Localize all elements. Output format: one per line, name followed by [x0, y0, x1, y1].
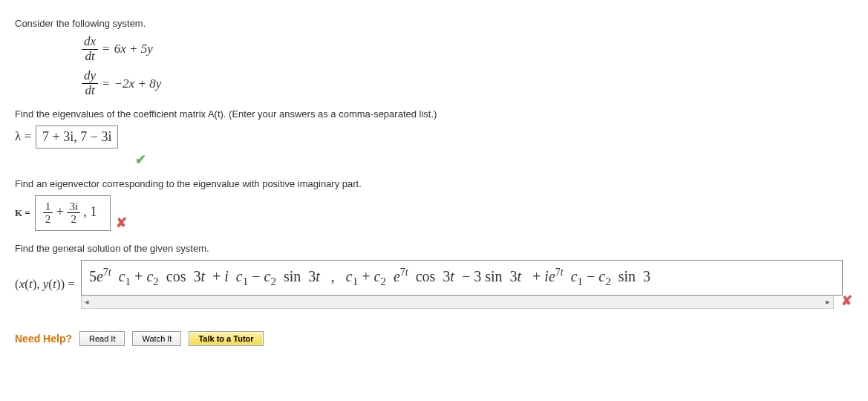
scroll-right-icon[interactable]: ▸: [826, 297, 830, 307]
need-help-label: Need Help?: [15, 333, 72, 345]
k-label: K =: [15, 207, 30, 219]
lambda-input[interactable]: 7 + 3i, 7 − 3i: [36, 125, 118, 149]
talk-tutor-button[interactable]: Talk to a Tutor: [189, 331, 263, 346]
equation-2: dy dt = −2x + 8y: [82, 69, 853, 97]
equation-1: dx dt = 6x + 5y: [82, 35, 853, 63]
lambda-label: λ =: [15, 129, 31, 144]
solution-label: (x(t), y(t)) =: [15, 277, 75, 292]
solution-input[interactable]: 5e7t c1 + c2 cos 3t + i c1 − c2 sin 3t ,…: [81, 260, 843, 296]
eigenvalue-prompt: Find the eigenvalues of the coefficient …: [15, 108, 853, 120]
k-input[interactable]: 1 2 + 3i 2 , 1: [35, 195, 111, 231]
scroll-left-icon[interactable]: ◂: [85, 297, 89, 307]
check-icon: ✔: [134, 151, 147, 168]
general-solution-prompt: Find the general solution of the given s…: [15, 243, 853, 254]
horizontal-scrollbar[interactable]: ◂ ▸: [81, 296, 834, 309]
read-it-button[interactable]: Read It: [79, 331, 125, 346]
cross-icon: ✘: [115, 215, 128, 231]
watch-it-button[interactable]: Watch It: [132, 331, 181, 346]
eigenvector-prompt: Find an eigenvector corresponding to the…: [15, 178, 853, 189]
problem-intro: Consider the following system.: [15, 18, 853, 29]
